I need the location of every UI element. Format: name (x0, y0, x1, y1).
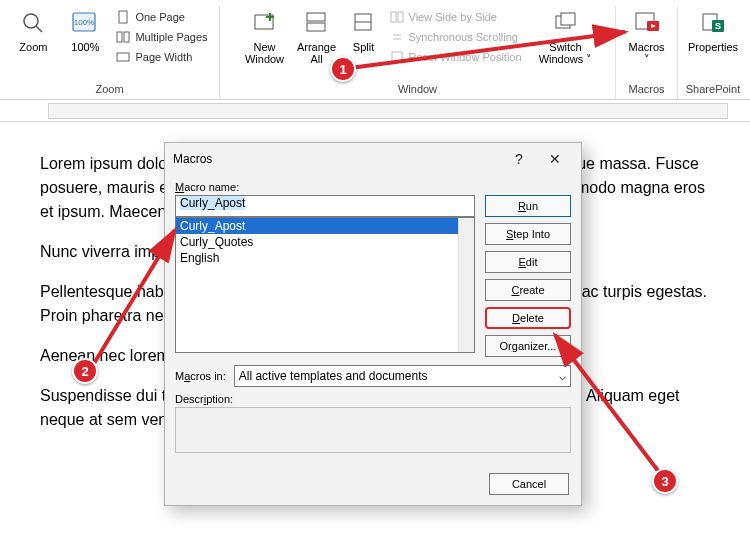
create-button[interactable]: Create (485, 279, 571, 301)
sync-scroll-icon (389, 29, 405, 45)
zoom-group-label: Zoom (95, 81, 123, 99)
description-label: Description: (175, 393, 571, 405)
chevron-down-icon: ⌵ (559, 369, 566, 383)
properties-button[interactable]: S Properties (681, 6, 745, 53)
zoom-label: Zoom (19, 41, 47, 53)
properties-label: Properties (688, 41, 738, 53)
macros-ribbon-label: Macros˅ (628, 41, 664, 65)
split-icon (349, 8, 379, 38)
listbox-scrollbar[interactable] (458, 218, 474, 352)
annotation-marker-1: 1 (330, 56, 356, 82)
sync-scroll-button[interactable]: Synchronous Scrolling (389, 28, 531, 46)
switch-windows-icon (551, 8, 581, 38)
svg-rect-6 (124, 32, 129, 42)
sharepoint-group-label: SharePoint (686, 81, 740, 99)
annotation-marker-2: 2 (72, 358, 98, 384)
switch-windows-label: SwitchWindows ˅ (539, 41, 593, 65)
ribbon: Zoom 100% 100% One Page Multiple Pages P… (0, 0, 750, 100)
macro-name-value: Curly_Apost (180, 196, 245, 210)
svg-rect-16 (398, 12, 403, 22)
svg-text:S: S (715, 21, 721, 31)
window-group-label: Window (398, 81, 437, 99)
reset-pos-label: Reset Window Position (409, 51, 522, 63)
svg-rect-7 (117, 53, 129, 61)
properties-icon: S (698, 8, 728, 38)
macros-group-label: Macros (628, 81, 664, 99)
svg-point-0 (24, 14, 38, 28)
multiple-pages-icon (115, 29, 131, 45)
split-button[interactable]: Split (343, 6, 385, 53)
close-button[interactable]: ✕ (537, 145, 573, 173)
list-item[interactable]: English (176, 250, 474, 266)
hundred-label: 100% (71, 41, 99, 53)
switch-windows-button[interactable]: SwitchWindows ˅ (535, 6, 597, 65)
organizer-button[interactable]: Organizer... (485, 335, 571, 357)
cancel-button[interactable]: Cancel (489, 473, 569, 495)
new-window-button[interactable]: New Window (239, 6, 291, 65)
page-width-label: Page Width (135, 51, 192, 63)
ruler-scale (48, 103, 728, 119)
run-button[interactable]: Run (485, 195, 571, 217)
new-window-icon (250, 8, 280, 38)
macro-name-label: Macro name: (175, 181, 571, 193)
svg-line-1 (36, 26, 42, 32)
svg-rect-19 (561, 13, 575, 25)
ruler (0, 100, 750, 122)
reset-pos-icon (389, 49, 405, 65)
zoom-group: Zoom 100% 100% One Page Multiple Pages P… (0, 6, 220, 99)
list-item[interactable]: Curly_Quotes (176, 234, 474, 250)
edit-button[interactable]: Edit (485, 251, 571, 273)
delete-button[interactable]: Delete (485, 307, 571, 329)
page-width-button[interactable]: Page Width (115, 48, 207, 66)
side-by-side-button[interactable]: View Side by Side (389, 8, 531, 26)
arrange-all-button[interactable]: Arrange All (291, 6, 343, 65)
macros-in-combo[interactable]: All active templates and documents⌵ (234, 365, 571, 387)
arrange-all-label: Arrange All (297, 41, 336, 65)
dialog-title: Macros (173, 152, 501, 166)
svg-rect-11 (307, 13, 325, 21)
sync-scroll-label: Synchronous Scrolling (409, 31, 518, 43)
side-by-side-icon (389, 9, 405, 25)
arrange-all-icon (302, 8, 332, 38)
split-label: Split (353, 41, 374, 53)
macros-ribbon-button[interactable]: Macros˅ (621, 6, 673, 65)
new-window-label: New Window (245, 41, 284, 65)
hundred-button[interactable]: 100% 100% (59, 6, 111, 53)
side-by-side-label: View Side by Side (409, 11, 497, 23)
svg-rect-15 (391, 12, 396, 22)
macros-group: Macros˅ Macros (616, 6, 678, 99)
macro-name-input[interactable]: Curly_Apost (175, 195, 475, 217)
window-group: New Window Arrange All Split View Side b… (220, 6, 616, 99)
one-page-label: One Page (135, 11, 185, 23)
svg-rect-12 (307, 23, 325, 31)
magnifier-icon (18, 8, 48, 38)
svg-rect-17 (392, 52, 402, 62)
annotation-marker-3: 3 (652, 468, 678, 494)
multiple-label: Multiple Pages (135, 31, 207, 43)
hundred-icon: 100% (70, 8, 100, 38)
macros-dialog: Macros ? ✕ Macro name: Curly_Apost Curly… (164, 142, 582, 506)
zoom-button[interactable]: Zoom (7, 6, 59, 53)
step-into-button[interactable]: Step Into (485, 223, 571, 245)
description-box (175, 407, 571, 453)
svg-text:100%: 100% (74, 18, 94, 27)
dialog-titlebar[interactable]: Macros ? ✕ (165, 143, 581, 175)
svg-rect-4 (119, 11, 127, 23)
sharepoint-group: S Properties SharePoint (678, 6, 748, 99)
macros-in-value: All active templates and documents (239, 369, 428, 383)
list-item[interactable]: Curly_Apost (176, 218, 474, 234)
page-width-icon (115, 49, 131, 65)
macros-icon (632, 8, 662, 38)
reset-pos-button[interactable]: Reset Window Position (389, 48, 531, 66)
one-page-button[interactable]: One Page (115, 8, 207, 26)
macros-in-label: Macros in: (175, 370, 226, 382)
help-button[interactable]: ? (501, 145, 537, 173)
one-page-icon (115, 9, 131, 25)
macro-listbox[interactable]: Curly_Apost Curly_Quotes English (175, 217, 475, 353)
multiple-pages-button[interactable]: Multiple Pages (115, 28, 207, 46)
svg-rect-5 (117, 32, 122, 42)
